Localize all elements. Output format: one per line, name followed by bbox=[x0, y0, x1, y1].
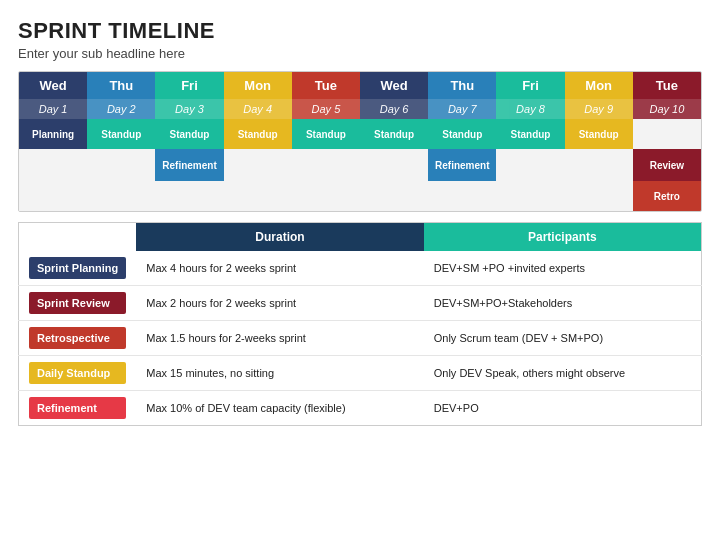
refinement-cell-2: Refinement bbox=[155, 149, 223, 181]
row-participants-3: Only DEV Speak, others might observe bbox=[424, 356, 702, 391]
standup-row: PlanningStandupStandupStandupStandupStan… bbox=[19, 119, 701, 149]
standup-cell-4: Standup bbox=[292, 119, 360, 149]
day-header-tue: Tue bbox=[292, 72, 360, 99]
info-table: Duration Participants Sprint PlanningMax… bbox=[18, 222, 702, 426]
day-num-day6: Day 6 bbox=[360, 99, 428, 119]
day-header-thu: Thu bbox=[428, 72, 496, 99]
review-cell-6 bbox=[428, 181, 496, 211]
refinement-cell-4 bbox=[292, 149, 360, 181]
row-duration-0: Max 4 hours for 2 weeks sprint bbox=[136, 251, 423, 286]
day-num-day4: Day 4 bbox=[224, 99, 292, 119]
refinement-cell-0 bbox=[19, 149, 87, 181]
col-duration: Duration bbox=[136, 223, 423, 252]
review-cell-8 bbox=[565, 181, 633, 211]
day-header-row: WedThuFriMonTueWedThuFriMonTue bbox=[19, 72, 701, 99]
refinement-row: RefinementRefinementReview bbox=[19, 149, 701, 181]
table-row: Daily StandupMax 15 minutes, no sittingO… bbox=[19, 356, 702, 391]
day-num-day9: Day 9 bbox=[565, 99, 633, 119]
day-header-wed: Wed bbox=[360, 72, 428, 99]
day-header-fri: Fri bbox=[496, 72, 564, 99]
refinement-cell-8 bbox=[565, 149, 633, 181]
row-label-4: Refinement bbox=[29, 397, 126, 419]
row-label-1: Sprint Review bbox=[29, 292, 126, 314]
row-label-cell-0: Sprint Planning bbox=[19, 251, 137, 286]
review-cell-5 bbox=[360, 181, 428, 211]
day-num-day3: Day 3 bbox=[155, 99, 223, 119]
row-label-cell-2: Retrospective bbox=[19, 321, 137, 356]
row-label-2: Retrospective bbox=[29, 327, 126, 349]
day-num-day1: Day 1 bbox=[19, 99, 87, 119]
day-num-day5: Day 5 bbox=[292, 99, 360, 119]
day-header-mon: Mon bbox=[565, 72, 633, 99]
refinement-cell-1 bbox=[87, 149, 155, 181]
timeline-section: WedThuFriMonTueWedThuFriMonTue Day 1Day … bbox=[18, 71, 702, 212]
standup-cell-2: Standup bbox=[155, 119, 223, 149]
review-cell-2 bbox=[155, 181, 223, 211]
review-cell-9: Retro bbox=[633, 181, 701, 211]
row-label-0: Sprint Planning bbox=[29, 257, 126, 279]
review-row: Retro bbox=[19, 181, 701, 211]
standup-cell-9 bbox=[633, 119, 701, 149]
day-header-mon: Mon bbox=[224, 72, 292, 99]
row-participants-2: Only Scrum team (DEV + SM+PO) bbox=[424, 321, 702, 356]
review-cell-7 bbox=[496, 181, 564, 211]
row-participants-4: DEV+PO bbox=[424, 391, 702, 426]
row-duration-4: Max 10% of DEV team capacity (flexible) bbox=[136, 391, 423, 426]
row-duration-3: Max 15 minutes, no sitting bbox=[136, 356, 423, 391]
row-label-cell-1: Sprint Review bbox=[19, 286, 137, 321]
refinement-cell-5 bbox=[360, 149, 428, 181]
day-num-day7: Day 7 bbox=[428, 99, 496, 119]
day-num-day10: Day 10 bbox=[633, 99, 701, 119]
row-duration-1: Max 2 hours for 2 weeks sprint bbox=[136, 286, 423, 321]
refinement-cell-3 bbox=[224, 149, 292, 181]
refinement-cell-6: Refinement bbox=[428, 149, 496, 181]
day-header-tue: Tue bbox=[633, 72, 701, 99]
row-label-3: Daily Standup bbox=[29, 362, 126, 384]
standup-cell-3: Standup bbox=[224, 119, 292, 149]
refinement-cell-7 bbox=[496, 149, 564, 181]
standup-cell-6: Standup bbox=[428, 119, 496, 149]
table-row: RetrospectiveMax 1.5 hours for 2-weeks s… bbox=[19, 321, 702, 356]
row-duration-2: Max 1.5 hours for 2-weeks sprint bbox=[136, 321, 423, 356]
page-subtitle: Enter your sub headline here bbox=[18, 46, 702, 61]
day-num-day8: Day 8 bbox=[496, 99, 564, 119]
standup-cell-0: Planning bbox=[19, 119, 87, 149]
page-title: SPRINT TIMELINE bbox=[18, 18, 702, 44]
review-cell-4 bbox=[292, 181, 360, 211]
row-participants-1: DEV+SM+PO+Stakeholders bbox=[424, 286, 702, 321]
standup-cell-5: Standup bbox=[360, 119, 428, 149]
row-label-cell-3: Daily Standup bbox=[19, 356, 137, 391]
row-participants-0: DEV+SM +PO +invited experts bbox=[424, 251, 702, 286]
refinement-cell-9: Review bbox=[633, 149, 701, 181]
table-row: Sprint PlanningMax 4 hours for 2 weeks s… bbox=[19, 251, 702, 286]
standup-cell-7: Standup bbox=[496, 119, 564, 149]
standup-cell-1: Standup bbox=[87, 119, 155, 149]
review-cell-3 bbox=[224, 181, 292, 211]
review-cell-0 bbox=[19, 181, 87, 211]
day-header-thu: Thu bbox=[87, 72, 155, 99]
review-cell-1 bbox=[87, 181, 155, 211]
row-label-cell-4: Refinement bbox=[19, 391, 137, 426]
standup-cell-8: Standup bbox=[565, 119, 633, 149]
day-num-day2: Day 2 bbox=[87, 99, 155, 119]
day-num-row: Day 1Day 2Day 3Day 4Day 5Day 6Day 7Day 8… bbox=[19, 99, 701, 119]
info-table-body: Sprint PlanningMax 4 hours for 2 weeks s… bbox=[19, 251, 702, 426]
col-participants: Participants bbox=[424, 223, 702, 252]
day-header-wed: Wed bbox=[19, 72, 87, 99]
table-row: RefinementMax 10% of DEV team capacity (… bbox=[19, 391, 702, 426]
table-row: Sprint ReviewMax 2 hours for 2 weeks spr… bbox=[19, 286, 702, 321]
day-header-fri: Fri bbox=[155, 72, 223, 99]
